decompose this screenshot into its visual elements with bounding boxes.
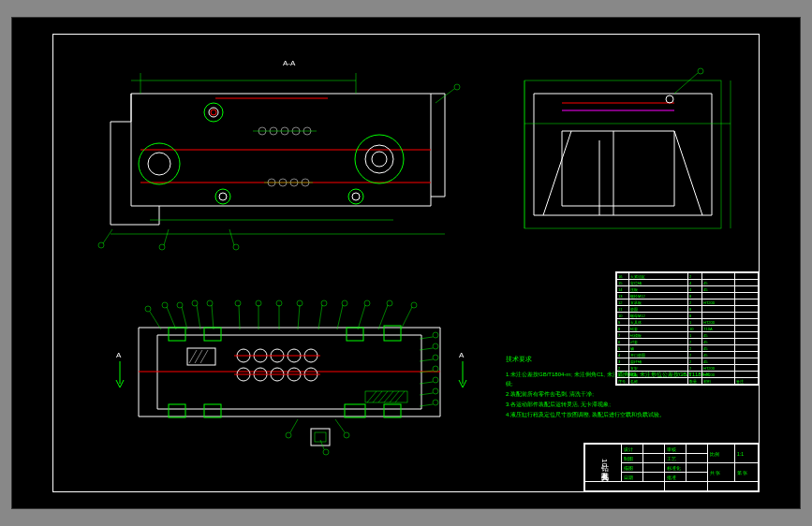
svg-point-125 bbox=[433, 377, 438, 383]
svg-point-119 bbox=[433, 343, 438, 349]
svg-point-117 bbox=[433, 332, 438, 338]
svg-line-88 bbox=[150, 312, 161, 329]
svg-rect-71 bbox=[169, 404, 185, 417]
svg-point-123 bbox=[433, 366, 438, 372]
svg-point-47 bbox=[698, 68, 703, 74]
svg-rect-82 bbox=[311, 429, 330, 446]
svg-line-46 bbox=[674, 73, 698, 94]
svg-rect-68 bbox=[204, 328, 221, 341]
svg-rect-73 bbox=[345, 404, 365, 417]
svg-rect-69 bbox=[347, 328, 363, 341]
svg-text:A: A bbox=[459, 351, 465, 359]
svg-line-80 bbox=[390, 391, 399, 402]
svg-line-76 bbox=[367, 391, 376, 402]
svg-text:A: A bbox=[116, 351, 122, 359]
svg-point-133 bbox=[323, 449, 329, 455]
svg-line-98 bbox=[239, 305, 240, 329]
view-section-aa bbox=[98, 73, 460, 250]
svg-point-36 bbox=[233, 244, 239, 250]
svg-line-114 bbox=[401, 307, 412, 329]
svg-line-78 bbox=[378, 391, 388, 402]
svg-point-121 bbox=[433, 355, 438, 360]
svg-point-34 bbox=[159, 244, 165, 250]
svg-point-91 bbox=[162, 302, 168, 308]
svg-line-81 bbox=[395, 391, 405, 402]
svg-point-12 bbox=[219, 193, 227, 200]
svg-point-11 bbox=[215, 189, 230, 204]
section-label: A-A bbox=[283, 59, 296, 67]
parts-list: 16夹紧油缸2 15定位销445 14压板445 13螺栓M128 12支承板2… bbox=[615, 271, 760, 386]
svg-line-130 bbox=[290, 419, 298, 432]
svg-line-77 bbox=[373, 391, 382, 402]
svg-rect-67 bbox=[169, 328, 185, 341]
svg-point-115 bbox=[411, 302, 417, 308]
svg-point-13 bbox=[348, 189, 363, 204]
svg-point-7 bbox=[372, 152, 387, 167]
svg-line-132 bbox=[320, 440, 324, 449]
svg-point-38 bbox=[454, 84, 460, 90]
svg-point-109 bbox=[342, 300, 347, 306]
svg-point-135 bbox=[344, 432, 349, 438]
svg-line-104 bbox=[298, 305, 300, 329]
svg-line-87 bbox=[200, 350, 208, 363]
svg-line-33 bbox=[164, 229, 169, 245]
svg-line-31 bbox=[103, 229, 112, 243]
view-side bbox=[524, 68, 731, 228]
svg-line-79 bbox=[384, 391, 393, 402]
svg-point-127 bbox=[433, 388, 438, 394]
svg-line-108 bbox=[337, 305, 343, 329]
svg-point-93 bbox=[177, 302, 183, 308]
svg-point-107 bbox=[321, 300, 327, 306]
svg-line-86 bbox=[195, 350, 202, 363]
svg-point-32 bbox=[98, 242, 104, 248]
svg-rect-74 bbox=[384, 404, 401, 417]
svg-line-106 bbox=[318, 305, 322, 329]
svg-point-89 bbox=[145, 306, 151, 312]
view-plan: A A bbox=[116, 300, 466, 455]
svg-line-94 bbox=[197, 305, 200, 329]
svg-point-111 bbox=[364, 300, 370, 306]
svg-line-96 bbox=[212, 305, 214, 329]
svg-line-35 bbox=[229, 229, 234, 245]
svg-point-10 bbox=[211, 110, 216, 115]
svg-point-14 bbox=[352, 193, 360, 200]
svg-point-8 bbox=[204, 103, 223, 122]
svg-rect-72 bbox=[204, 404, 221, 417]
svg-line-110 bbox=[358, 305, 365, 329]
svg-line-90 bbox=[167, 307, 176, 329]
svg-point-129 bbox=[433, 400, 438, 405]
svg-point-95 bbox=[192, 300, 198, 306]
svg-point-45 bbox=[666, 95, 673, 103]
svg-point-113 bbox=[387, 300, 392, 306]
svg-line-85 bbox=[189, 350, 197, 363]
svg-rect-84 bbox=[187, 348, 215, 365]
svg-point-97 bbox=[207, 300, 213, 306]
svg-line-134 bbox=[335, 419, 345, 432]
svg-line-92 bbox=[182, 307, 187, 329]
svg-point-5 bbox=[355, 135, 404, 183]
svg-point-131 bbox=[286, 432, 291, 438]
svg-point-4 bbox=[148, 153, 170, 175]
title-block: 钻10孔夹具图 设计审核 比例1:1 制图工艺 描图标准化 共 张第 张 日期批… bbox=[583, 443, 760, 492]
svg-point-99 bbox=[235, 300, 241, 306]
